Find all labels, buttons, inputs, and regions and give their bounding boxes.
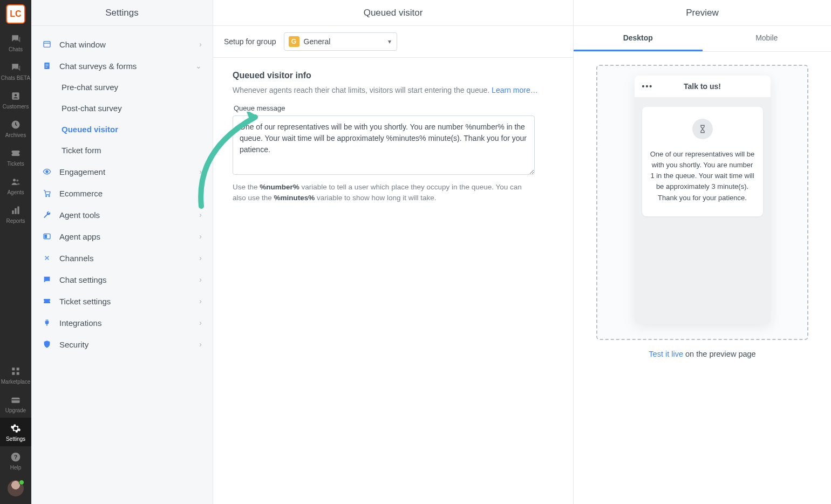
sidebar-item-label: Security xyxy=(59,340,88,349)
rail-label: Agents xyxy=(7,189,24,195)
sidebar-item-label: Chat surveys & forms xyxy=(59,62,137,71)
setup-row: Setup for group G General xyxy=(213,26,573,58)
sidebar-sub-post-chat[interactable]: Post-chat survey xyxy=(31,98,213,119)
group-name: General xyxy=(304,37,331,46)
rail-item-chats[interactable]: Chats xyxy=(0,28,31,57)
svg-rect-13 xyxy=(12,399,20,400)
chevron-right-icon: › xyxy=(199,189,202,197)
rail-label: Tickets xyxy=(7,161,24,167)
rail-label: Settings xyxy=(6,436,25,442)
preview-frame: ••• Talk to us! One of our representativ… xyxy=(596,65,808,340)
rail-item-tickets[interactable]: Tickets xyxy=(0,142,31,171)
section-description: Whenever agents reach their chat limits,… xyxy=(233,86,554,94)
settings-sidebar: Settings Chat window › Chat surveys & fo… xyxy=(31,0,213,504)
group-badge: G xyxy=(289,36,299,47)
svg-text:?: ? xyxy=(14,454,18,460)
channels-icon xyxy=(42,253,52,263)
chat-beta-icon xyxy=(10,62,21,73)
sidebar-item-label: Agent apps xyxy=(59,232,100,241)
rail-label: Customers xyxy=(3,104,29,110)
rail-item-customers[interactable]: Customers xyxy=(0,85,31,114)
sidebar-item-engagement[interactable]: Engagement › xyxy=(31,161,213,182)
chevron-right-icon: › xyxy=(199,210,202,219)
chevron-right-icon: › xyxy=(199,340,202,349)
content-area: Queued visitor info Whenever agents reac… xyxy=(213,58,573,217)
app-logo: LC xyxy=(6,4,25,24)
sidebar-sub-queued-visitor[interactable]: Queued visitor xyxy=(31,119,213,140)
sidebar-item-chat-settings[interactable]: Chat settings › xyxy=(31,269,213,290)
user-avatar[interactable] xyxy=(8,480,24,496)
svg-rect-19 xyxy=(45,64,48,65)
svg-rect-5 xyxy=(12,210,13,214)
sidebar-item-label: Channels xyxy=(59,254,93,263)
gear-icon xyxy=(10,423,21,434)
chevron-right-icon: › xyxy=(199,167,202,176)
test-live-link[interactable]: Test it live xyxy=(649,350,683,358)
sidebar-item-label: Engagement xyxy=(59,167,105,176)
rail-item-help[interactable]: ? Help xyxy=(0,446,31,475)
apps-icon xyxy=(42,231,52,241)
nav-rail: LC Chats Chats BETA Customers Archives T… xyxy=(0,0,31,504)
rail-item-marketplace[interactable]: Marketplace xyxy=(0,360,31,389)
rail-item-reports[interactable]: Reports xyxy=(0,200,31,228)
sidebar-item-agent-apps[interactable]: Agent apps › xyxy=(31,226,213,247)
rail-label: Upgrade xyxy=(5,407,26,413)
setup-label: Setup for group xyxy=(224,37,276,46)
rail-item-agents[interactable]: Agents xyxy=(0,171,31,200)
sidebar-item-ticket-settings[interactable]: Ticket settings › xyxy=(31,290,213,312)
rail-item-settings[interactable]: Settings xyxy=(0,418,31,446)
tab-mobile[interactable]: Mobile xyxy=(703,26,832,51)
shield-icon xyxy=(42,339,52,349)
sidebar-item-label: Ticket settings xyxy=(59,297,111,306)
chevron-right-icon: › xyxy=(199,318,202,327)
ticket-icon xyxy=(42,296,52,306)
cart-icon xyxy=(42,188,52,198)
sidebar-item-ecommerce[interactable]: Ecommerce › xyxy=(31,182,213,204)
svg-rect-6 xyxy=(15,208,16,214)
chat-widget-header: ••• Talk to us! xyxy=(635,76,771,97)
hint-text: Use the %number% variable to tell a user… xyxy=(233,182,535,204)
group-select[interactable]: G General xyxy=(284,32,397,51)
sidebar-item-label: Chat settings xyxy=(59,275,107,284)
plug-icon xyxy=(42,318,52,328)
svg-point-23 xyxy=(46,195,47,196)
svg-point-1 xyxy=(15,94,17,96)
rail-item-chats-beta[interactable]: Chats BETA xyxy=(0,57,31,85)
tab-desktop[interactable]: Desktop xyxy=(574,26,703,51)
sidebar-item-chat-surveys[interactable]: Chat surveys & forms ⌄ xyxy=(31,55,213,77)
eye-icon xyxy=(42,167,52,176)
sidebar-item-label: Agent tools xyxy=(59,210,100,220)
sidebar-item-agent-tools[interactable]: Agent tools › xyxy=(31,204,213,226)
page-title: Queued visitor xyxy=(213,0,573,26)
window-icon xyxy=(42,39,52,49)
svg-point-24 xyxy=(49,195,50,196)
rail-label: Marketplace xyxy=(1,379,30,385)
rail-label: Help xyxy=(10,465,22,471)
more-icon[interactable]: ••• xyxy=(642,82,653,91)
learn-more-link[interactable]: Learn more… xyxy=(492,86,538,94)
sidebar-sub-ticket-form[interactable]: Ticket form xyxy=(31,140,213,161)
section-title: Queued visitor info xyxy=(233,71,554,80)
sidebar-item-chat-window[interactable]: Chat window › xyxy=(31,33,213,55)
svg-rect-16 xyxy=(44,42,50,47)
svg-point-22 xyxy=(46,171,48,173)
rail-label: Reports xyxy=(6,218,25,224)
hourglass-icon xyxy=(692,119,713,139)
wrench-icon xyxy=(42,210,52,220)
rail-item-upgrade[interactable]: Upgrade xyxy=(0,389,31,418)
marketplace-icon xyxy=(10,366,21,377)
svg-point-3 xyxy=(13,179,16,181)
svg-rect-8 xyxy=(12,367,15,370)
chat-icon xyxy=(10,33,21,44)
svg-rect-20 xyxy=(45,65,48,66)
chevron-down-icon: ⌄ xyxy=(195,62,202,70)
sidebar-item-integrations[interactable]: Integrations › xyxy=(31,312,213,333)
main-panel: Queued visitor Setup for group G General… xyxy=(213,0,574,504)
rail-item-archives[interactable]: Archives xyxy=(0,114,31,142)
queue-message-textarea[interactable] xyxy=(233,115,535,175)
sidebar-item-security[interactable]: Security › xyxy=(31,333,213,355)
sidebar-sub-pre-chat[interactable]: Pre-chat survey xyxy=(31,77,213,98)
sidebar-item-channels[interactable]: Channels › xyxy=(31,247,213,269)
preview-footer: Test it live on the preview page xyxy=(596,340,808,358)
preview-title: Preview xyxy=(574,0,831,26)
